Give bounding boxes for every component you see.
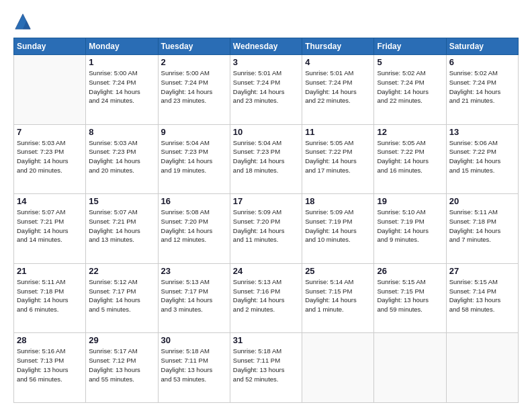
calendar-week-3: 14Sunrise: 5:07 AMSunset: 7:21 PMDayligh… <box>14 194 519 264</box>
calendar-table: SundayMondayTuesdayWednesdayThursdayFrid… <box>13 38 519 403</box>
calendar-cell: 6Sunrise: 5:02 AMSunset: 7:24 PMDaylight… <box>446 55 518 125</box>
calendar-cell: 29Sunrise: 5:17 AMSunset: 7:12 PMDayligh… <box>86 333 158 403</box>
day-info: Sunrise: 5:01 AMSunset: 7:24 PMDaylight:… <box>233 68 299 105</box>
day-number: 2 <box>161 57 227 67</box>
calendar-cell: 30Sunrise: 5:18 AMSunset: 7:11 PMDayligh… <box>158 333 230 403</box>
day-number: 7 <box>17 127 83 137</box>
calendar-cell: 23Sunrise: 5:13 AMSunset: 7:17 PMDayligh… <box>158 263 230 333</box>
calendar-cell: 8Sunrise: 5:03 AMSunset: 7:23 PMDaylight… <box>86 124 158 194</box>
day-info: Sunrise: 5:11 AMSunset: 7:18 PMDaylight:… <box>449 208 515 244</box>
day-info: Sunrise: 5:00 AMSunset: 7:24 PMDaylight:… <box>161 68 227 105</box>
calendar-cell: 5Sunrise: 5:02 AMSunset: 7:24 PMDaylight… <box>374 55 446 125</box>
calendar-cell: 28Sunrise: 5:16 AMSunset: 7:13 PMDayligh… <box>14 333 86 403</box>
day-number: 31 <box>233 335 299 345</box>
weekday-header-monday: Monday <box>86 38 158 55</box>
day-number: 17 <box>233 196 299 206</box>
day-number: 24 <box>233 266 299 276</box>
day-number: 29 <box>89 335 154 345</box>
day-number: 11 <box>305 127 371 137</box>
day-info: Sunrise: 5:14 AMSunset: 7:15 PMDaylight:… <box>305 277 371 314</box>
day-info: Sunrise: 5:09 AMSunset: 7:20 PMDaylight:… <box>233 208 299 244</box>
calendar-cell: 18Sunrise: 5:09 AMSunset: 7:19 PMDayligh… <box>302 194 374 264</box>
day-info: Sunrise: 5:01 AMSunset: 7:24 PMDaylight:… <box>305 68 371 105</box>
calendar-cell: 1Sunrise: 5:00 AMSunset: 7:24 PMDaylight… <box>86 55 158 125</box>
day-info: Sunrise: 5:16 AMSunset: 7:13 PMDaylight:… <box>17 347 83 383</box>
day-info: Sunrise: 5:05 AMSunset: 7:22 PMDaylight:… <box>305 138 371 175</box>
calendar-week-4: 21Sunrise: 5:11 AMSunset: 7:18 PMDayligh… <box>14 263 519 333</box>
day-info: Sunrise: 5:03 AMSunset: 7:23 PMDaylight:… <box>17 138 83 175</box>
calendar-cell: 19Sunrise: 5:10 AMSunset: 7:19 PMDayligh… <box>374 194 446 264</box>
day-info: Sunrise: 5:02 AMSunset: 7:24 PMDaylight:… <box>449 68 515 105</box>
calendar-cell: 25Sunrise: 5:14 AMSunset: 7:15 PMDayligh… <box>302 263 374 333</box>
calendar-cell <box>446 333 518 403</box>
day-number: 5 <box>377 57 443 67</box>
calendar-week-1: 1Sunrise: 5:00 AMSunset: 7:24 PMDaylight… <box>14 55 519 125</box>
calendar-cell <box>302 333 374 403</box>
calendar-cell <box>374 333 446 403</box>
calendar-cell: 12Sunrise: 5:05 AMSunset: 7:22 PMDayligh… <box>374 124 446 194</box>
day-info: Sunrise: 5:07 AMSunset: 7:21 PMDaylight:… <box>17 208 83 244</box>
calendar-cell: 22Sunrise: 5:12 AMSunset: 7:17 PMDayligh… <box>86 263 158 333</box>
calendar-cell: 9Sunrise: 5:04 AMSunset: 7:23 PMDaylight… <box>158 124 230 194</box>
weekday-header-sunday: Sunday <box>14 38 86 55</box>
calendar-cell: 11Sunrise: 5:05 AMSunset: 7:22 PMDayligh… <box>302 124 374 194</box>
weekday-header-friday: Friday <box>374 38 446 55</box>
calendar-cell: 20Sunrise: 5:11 AMSunset: 7:18 PMDayligh… <box>446 194 518 264</box>
day-number: 19 <box>377 196 443 206</box>
calendar-cell: 27Sunrise: 5:15 AMSunset: 7:14 PMDayligh… <box>446 263 518 333</box>
weekday-header-saturday: Saturday <box>446 38 518 55</box>
day-info: Sunrise: 5:12 AMSunset: 7:17 PMDaylight:… <box>89 277 154 314</box>
day-number: 21 <box>17 266 83 276</box>
day-number: 28 <box>17 335 83 345</box>
day-number: 6 <box>449 57 515 67</box>
day-info: Sunrise: 5:15 AMSunset: 7:15 PMDaylight:… <box>377 277 443 314</box>
day-info: Sunrise: 5:00 AMSunset: 7:24 PMDaylight:… <box>89 68 154 105</box>
calendar-cell: 17Sunrise: 5:09 AMSunset: 7:20 PMDayligh… <box>230 194 302 264</box>
day-number: 25 <box>305 266 371 276</box>
day-number: 27 <box>449 266 515 276</box>
weekday-header-row: SundayMondayTuesdayWednesdayThursdayFrid… <box>14 38 519 55</box>
day-info: Sunrise: 5:11 AMSunset: 7:18 PMDaylight:… <box>17 277 83 314</box>
day-number: 8 <box>89 127 154 137</box>
logo-icon <box>13 12 32 31</box>
day-number: 15 <box>89 196 154 206</box>
day-info: Sunrise: 5:17 AMSunset: 7:12 PMDaylight:… <box>89 347 154 383</box>
calendar-cell: 10Sunrise: 5:04 AMSunset: 7:23 PMDayligh… <box>230 124 302 194</box>
day-info: Sunrise: 5:18 AMSunset: 7:11 PMDaylight:… <box>161 347 227 383</box>
day-number: 4 <box>305 57 371 67</box>
calendar-cell: 13Sunrise: 5:06 AMSunset: 7:22 PMDayligh… <box>446 124 518 194</box>
weekday-header-tuesday: Tuesday <box>158 38 230 55</box>
header <box>13 12 519 31</box>
day-number: 30 <box>161 335 227 345</box>
logo <box>13 12 35 31</box>
calendar-week-2: 7Sunrise: 5:03 AMSunset: 7:23 PMDaylight… <box>14 124 519 194</box>
day-number: 23 <box>161 266 227 276</box>
day-info: Sunrise: 5:09 AMSunset: 7:19 PMDaylight:… <box>305 208 371 244</box>
calendar-cell: 14Sunrise: 5:07 AMSunset: 7:21 PMDayligh… <box>14 194 86 264</box>
day-info: Sunrise: 5:03 AMSunset: 7:23 PMDaylight:… <box>89 138 154 175</box>
weekday-header-wednesday: Wednesday <box>230 38 302 55</box>
day-info: Sunrise: 5:15 AMSunset: 7:14 PMDaylight:… <box>449 277 515 314</box>
day-number: 13 <box>449 127 515 137</box>
calendar-cell: 4Sunrise: 5:01 AMSunset: 7:24 PMDaylight… <box>302 55 374 125</box>
day-info: Sunrise: 5:18 AMSunset: 7:11 PMDaylight:… <box>233 347 299 383</box>
day-number: 3 <box>233 57 299 67</box>
day-info: Sunrise: 5:13 AMSunset: 7:16 PMDaylight:… <box>233 277 299 314</box>
day-number: 10 <box>233 127 299 137</box>
day-number: 26 <box>377 266 443 276</box>
day-info: Sunrise: 5:08 AMSunset: 7:20 PMDaylight:… <box>161 208 227 244</box>
day-number: 14 <box>17 196 83 206</box>
calendar-cell <box>14 55 86 125</box>
day-info: Sunrise: 5:13 AMSunset: 7:17 PMDaylight:… <box>161 277 227 314</box>
day-number: 16 <box>161 196 227 206</box>
calendar-cell: 2Sunrise: 5:00 AMSunset: 7:24 PMDaylight… <box>158 55 230 125</box>
day-info: Sunrise: 5:02 AMSunset: 7:24 PMDaylight:… <box>377 68 443 105</box>
calendar-cell: 21Sunrise: 5:11 AMSunset: 7:18 PMDayligh… <box>14 263 86 333</box>
page: SundayMondayTuesdayWednesdayThursdayFrid… <box>0 0 532 411</box>
day-info: Sunrise: 5:07 AMSunset: 7:21 PMDaylight:… <box>89 208 154 244</box>
calendar-cell: 16Sunrise: 5:08 AMSunset: 7:20 PMDayligh… <box>158 194 230 264</box>
day-info: Sunrise: 5:04 AMSunset: 7:23 PMDaylight:… <box>161 138 227 175</box>
calendar-cell: 26Sunrise: 5:15 AMSunset: 7:15 PMDayligh… <box>374 263 446 333</box>
day-number: 12 <box>377 127 443 137</box>
calendar-cell: 15Sunrise: 5:07 AMSunset: 7:21 PMDayligh… <box>86 194 158 264</box>
